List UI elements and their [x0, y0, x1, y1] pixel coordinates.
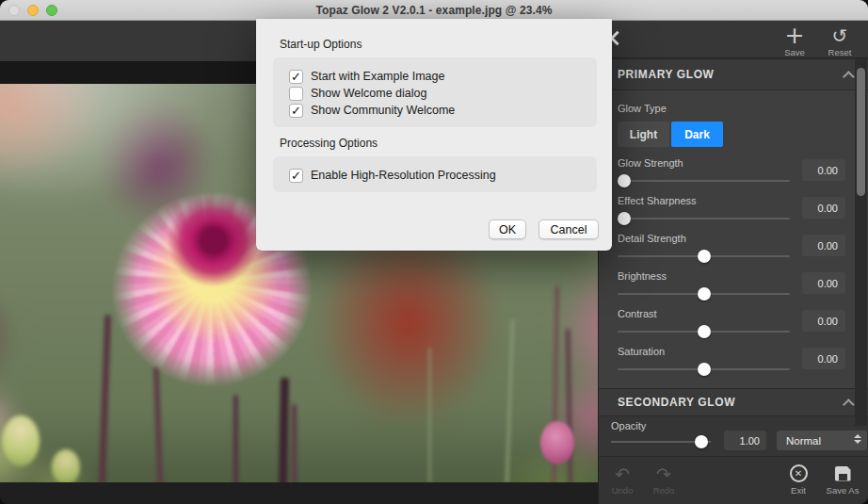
glow-type-label: Glow Type — [618, 103, 868, 114]
reset-button-label: Reset — [828, 47, 852, 57]
minimize-button[interactable] — [27, 5, 39, 16]
saturation-slider[interactable] — [618, 368, 790, 370]
slider-thumb[interactable] — [698, 363, 711, 376]
effect-sharpness-value[interactable]: 0.00 — [802, 197, 845, 219]
save-button[interactable]: + Save — [774, 25, 815, 57]
traffic-lights — [8, 0, 57, 21]
slider-thumb[interactable] — [618, 174, 631, 187]
opacity-value[interactable]: 1.00 — [724, 431, 766, 450]
glow-strength-value[interactable]: 0.00 — [802, 159, 845, 181]
checkbox[interactable] — [289, 87, 303, 101]
panel-scrollbar[interactable] — [855, 58, 867, 426]
processing-options-group: ✓ Enable High-Resolution Processing — [273, 156, 597, 192]
slider-label: Detail Strength — [618, 233, 790, 244]
exit-icon: ✕ — [790, 464, 808, 482]
checkbox-label: Show Community Welcome — [311, 104, 455, 117]
blend-mode-dropdown[interactable]: Normal — [777, 431, 867, 450]
zoom-button[interactable] — [46, 5, 57, 16]
flower-bud-left-2 — [52, 449, 80, 482]
checkbox-label: Enable High-Resolution Processing — [311, 169, 496, 182]
slider-thumb[interactable] — [618, 212, 631, 225]
slider-row-effect-sharpness: Effect Sharpness 0.00 — [618, 194, 844, 219]
redo-label: Redo — [653, 485, 675, 496]
checkbox-row-welcome-dialog[interactable]: Show Welcome dialog — [289, 85, 597, 102]
startup-options-section-label: Start-up Options — [280, 19, 612, 51]
titlebar: Topaz Glow 2 V2.0.1 - example.jpg @ 23.4… — [0, 0, 868, 21]
save-as-button[interactable]: Save As — [824, 464, 861, 496]
reset-button[interactable]: ↺ Reset — [819, 25, 860, 57]
checkbox[interactable]: ✓ — [289, 70, 303, 84]
plus-icon: + — [785, 26, 805, 45]
secondary-glow-body: Opacity 1.00 Normal — [599, 416, 868, 457]
glow-type-toggle: Light Dark — [618, 122, 868, 147]
slider-row-glow-strength: Glow Strength 0.00 — [618, 156, 844, 182]
sidebar-footer: ↶ Undo ↷ Redo ✕ Exit Save As — [599, 457, 868, 504]
slider-row-brightness: Brightness 0.00 — [618, 269, 844, 295]
slider-thumb[interactable] — [698, 287, 711, 301]
slider-label: Effect Sharpness — [618, 195, 790, 206]
detail-strength-value[interactable]: 0.00 — [802, 235, 845, 256]
glow-type-dark-button[interactable]: Dark — [671, 122, 723, 147]
save-as-icon — [835, 466, 851, 481]
saturation-value[interactable]: 0.00 — [802, 348, 845, 369]
slider-row-detail-strength: Detail Strength 0.00 — [618, 232, 844, 257]
processing-options-section-label: Processing Options — [280, 137, 612, 150]
slider-thumb[interactable] — [698, 325, 711, 338]
glow-strength-slider[interactable] — [618, 180, 790, 182]
slider-thumb[interactable] — [698, 250, 711, 263]
detail-strength-slider[interactable] — [618, 255, 790, 257]
contrast-value[interactable]: 0.00 — [802, 310, 845, 332]
redo-icon: ↷ — [656, 463, 671, 484]
secondary-glow-title: SECONDARY GLOW — [618, 396, 735, 409]
app-window: Topaz Glow 2 V2.0.1 - example.jpg @ 23.4… — [0, 0, 868, 504]
redo-button[interactable]: ↷ Redo — [648, 464, 680, 496]
adjustments-sidebar: + Save ↺ Reset PRIMARY GLOW Glow Type Li… — [598, 21, 868, 504]
primary-glow-body: Glow Type Light Dark Glow Strength 0.00 … — [599, 90, 868, 388]
exit-label: Exit — [791, 485, 806, 496]
glow-type-light-button[interactable]: Light — [618, 122, 669, 147]
slider-label: Saturation — [618, 346, 790, 357]
slider-label: Brightness — [618, 270, 790, 282]
brightness-value[interactable]: 0.00 — [802, 272, 845, 294]
slider-row-saturation: Saturation 0.00 — [618, 345, 844, 370]
save-as-label: Save As — [827, 485, 860, 496]
scrollbar-thumb[interactable] — [857, 68, 865, 196]
stepper-arrows-icon — [854, 434, 861, 444]
checkbox-row-community-welcome[interactable]: ✓ Show Community Welcome — [289, 102, 597, 119]
checkbox-label: Start with Example Image — [311, 70, 444, 83]
undo-icon: ↶ — [615, 463, 630, 484]
slider-row-contrast: Contrast 0.00 — [618, 307, 844, 333]
close-button[interactable] — [8, 5, 20, 16]
checkbox-row-high-resolution[interactable]: ✓ Enable High-Resolution Processing — [289, 167, 597, 184]
slider-thumb[interactable] — [695, 435, 708, 448]
chevron-left-icon[interactable] — [610, 31, 625, 46]
opacity-label: Opacity — [611, 420, 646, 431]
secondary-glow-header[interactable]: SECONDARY GLOW — [599, 388, 868, 416]
canvas-letterbox-bottom — [0, 482, 598, 504]
primary-glow-header[interactable]: PRIMARY GLOW — [599, 58, 868, 90]
blend-mode-value: Normal — [786, 435, 821, 447]
undo-button[interactable]: ↶ Undo — [606, 464, 638, 496]
exit-button[interactable]: ✕ Exit — [782, 464, 814, 496]
opacity-slider[interactable] — [611, 441, 711, 443]
contrast-slider[interactable] — [618, 331, 790, 333]
checkbox[interactable]: ✓ — [289, 169, 303, 183]
ok-button[interactable]: OK — [489, 219, 526, 239]
chevron-up-icon[interactable] — [843, 398, 855, 411]
cancel-button[interactable]: Cancel — [538, 219, 599, 239]
flower-bud-right — [540, 421, 574, 464]
checkbox-label: Show Welcome dialog — [311, 87, 426, 100]
window-title: Topaz Glow 2 V2.0.1 - example.jpg @ 23.4… — [316, 4, 553, 17]
save-button-label: Save — [784, 47, 805, 57]
reset-icon: ↺ — [832, 26, 848, 45]
undo-label: Undo — [612, 485, 634, 496]
primary-glow-title: PRIMARY GLOW — [618, 68, 715, 81]
checkbox-row-example-image[interactable]: ✓ Start with Example Image — [289, 68, 597, 85]
chevron-up-icon[interactable] — [843, 71, 855, 83]
slider-label: Glow Strength — [618, 157, 790, 169]
slider-label: Contrast — [618, 308, 790, 319]
startup-options-dialog: Start-up Options ✓ Start with Example Im… — [256, 19, 612, 251]
brightness-slider[interactable] — [618, 293, 790, 295]
effect-sharpness-slider[interactable] — [618, 218, 790, 219]
checkbox[interactable]: ✓ — [289, 104, 303, 118]
